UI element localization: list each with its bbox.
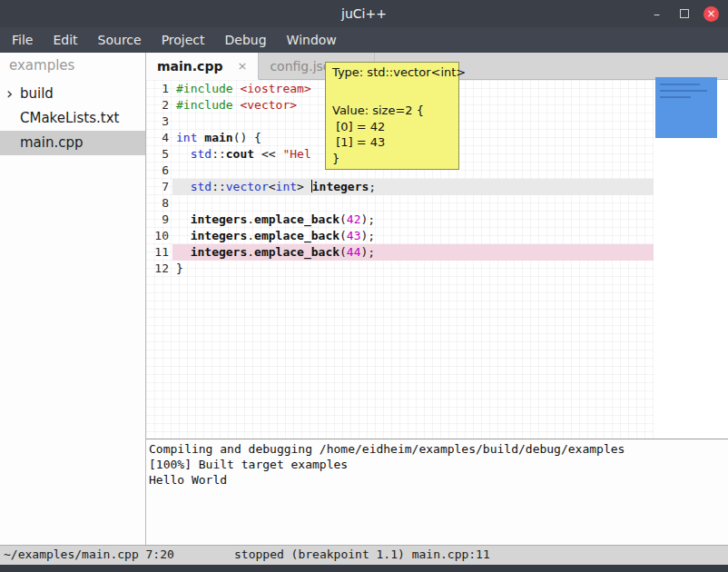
line-number: 7	[146, 179, 172, 195]
code-token	[176, 229, 191, 242]
statusbar-file-location: ~/examples/main.cpp 7:20	[4, 547, 174, 561]
terminal-panel[interactable]: Compiling and debugging /home/eidheim/ex…	[146, 439, 728, 545]
tab-main-cpp[interactable]: main.cpp×	[146, 53, 259, 80]
code-token: 43	[347, 229, 361, 242]
titlebar: juCi++ – ×	[0, 0, 728, 27]
code-line-content: std::vector<int> integers;	[172, 179, 654, 195]
statusbar: ~/examples/main.cpp 7:20 stopped (breakp…	[0, 545, 728, 565]
tooltip-value-block: Value: size=2 { [0] = 42 [1] = 43}	[332, 103, 452, 166]
code-line-8[interactable]: 8	[146, 195, 728, 212]
file-tree: ›buildCMakeLists.txtmain.cpp	[0, 82, 145, 155]
code-token: std	[191, 147, 212, 161]
code-token: }	[176, 261, 183, 275]
line-number: 10	[146, 228, 172, 244]
file-tree-sidebar: examples ›buildCMakeLists.txtmain.cpp	[0, 53, 146, 545]
sidebar-item-label: CMakeLists.txt	[20, 110, 119, 126]
sidebar-item-main-cpp[interactable]: main.cpp	[0, 131, 145, 155]
code-token	[176, 180, 191, 193]
code-token: () {	[233, 131, 261, 144]
minimap-mark	[660, 90, 707, 92]
tooltip-value-line: [1] = 43	[332, 134, 452, 151]
code-line-7[interactable]: 7 std::vector<int> integers;	[146, 179, 728, 195]
code-token: >	[297, 180, 311, 193]
code-token: <	[269, 180, 276, 193]
tooltip-type-line: Type: std::vector<int>	[332, 65, 452, 81]
sidebar-item-label: main.cpp	[20, 134, 84, 151]
code-token: ::	[212, 147, 226, 161]
menu-window[interactable]: Window	[277, 27, 347, 53]
code-token: 42	[347, 212, 361, 226]
code-line-9[interactable]: 9 integers.emplace_back(42);	[146, 212, 728, 228]
code-token: <vector>	[240, 98, 297, 112]
code-token: "Hel	[282, 147, 310, 161]
tooltip-value-line: Value: size=2 {	[332, 103, 452, 119]
code-token: integers	[191, 229, 248, 242]
code-token: cout	[226, 147, 254, 161]
code-token: );	[361, 212, 376, 226]
sidebar-item-build[interactable]: ›build	[0, 82, 145, 106]
line-number: 1	[146, 81, 172, 97]
code-token: integers	[312, 180, 369, 193]
menu-debug[interactable]: Debug	[215, 27, 277, 53]
minimize-button[interactable]: –	[649, 6, 664, 22]
code-token	[176, 245, 191, 259]
code-line-11[interactable]: 11 integers.emplace_back(44);	[146, 244, 728, 261]
line-number: 11	[146, 244, 172, 261]
menu-edit[interactable]: Edit	[43, 27, 87, 53]
minimap-mark	[660, 84, 700, 85]
close-button[interactable]: ×	[703, 6, 719, 22]
statusbar-debug-status: stopped (breakpoint 1.1) main.cpp:11	[234, 547, 490, 561]
code-token: );	[361, 229, 376, 242]
code-token: #include	[176, 98, 233, 112]
tab-label: main.cpp	[157, 59, 222, 74]
code-token: vector	[226, 180, 269, 193]
main-area: main.cpp×config.json× 1#include <iostrea…	[146, 53, 728, 545]
debug-value-tooltip: Type: std::vector<int> Value: size=2 { […	[325, 62, 459, 170]
sidebar-header: examples	[0, 53, 145, 82]
code-token: ::	[212, 180, 226, 193]
code-token: #include	[176, 82, 233, 95]
scroll-overview-minimap[interactable]	[655, 77, 717, 138]
code-line-content: integers.emplace_back(42);	[172, 212, 654, 228]
code-token	[176, 212, 191, 226]
tooltip-value-line: }	[332, 151, 452, 167]
menubar: FileEditSourceProjectDebugWindow	[0, 27, 728, 53]
sidebar-item-cmakelists-txt[interactable]: CMakeLists.txt	[0, 106, 145, 131]
chevron-right-icon: ›	[6, 82, 13, 104]
code-token: main	[204, 131, 232, 144]
code-token: ;	[369, 180, 376, 193]
line-number: 12	[146, 261, 172, 277]
code-token: <<	[254, 147, 282, 161]
code-line-12[interactable]: 12}	[146, 261, 728, 277]
line-number: 6	[146, 163, 172, 179]
code-token: integers	[191, 245, 248, 259]
terminal-line: [100%] Built target examples	[149, 457, 725, 472]
menu-project[interactable]: Project	[152, 27, 215, 53]
code-token: );	[361, 245, 376, 259]
menu-source[interactable]: Source	[88, 27, 152, 53]
code-token: .	[247, 229, 254, 242]
code-token: .	[247, 212, 254, 226]
code-line-content: }	[172, 261, 654, 277]
sidebar-item-label: build	[20, 85, 54, 102]
code-token: 44	[347, 245, 361, 259]
restore-button[interactable]	[676, 6, 692, 22]
line-number: 9	[146, 212, 172, 228]
code-line-10[interactable]: 10 integers.emplace_back(43);	[146, 228, 728, 244]
code-token: emplace_back	[254, 245, 339, 259]
app-window: juCi++ – × FileEditSourceProjectDebugWin…	[0, 0, 728, 572]
code-line-content	[172, 195, 654, 212]
code-token: <iostream>	[240, 82, 310, 95]
code-token: (	[339, 212, 347, 226]
window-bottom-edge	[0, 565, 728, 572]
code-token: (	[339, 229, 347, 242]
minimap-mark	[660, 96, 691, 98]
code-line-content: integers.emplace_back(44);	[172, 244, 654, 261]
code-token: integers	[191, 212, 248, 226]
tab-close-icon[interactable]: ×	[237, 59, 247, 73]
tooltip-value-line: [0] = 42	[332, 119, 452, 135]
code-token	[176, 147, 191, 161]
terminal-line: Compiling and debugging /home/eidheim/ex…	[149, 441, 725, 457]
menu-file[interactable]: File	[2, 27, 43, 53]
restore-icon	[680, 9, 689, 18]
